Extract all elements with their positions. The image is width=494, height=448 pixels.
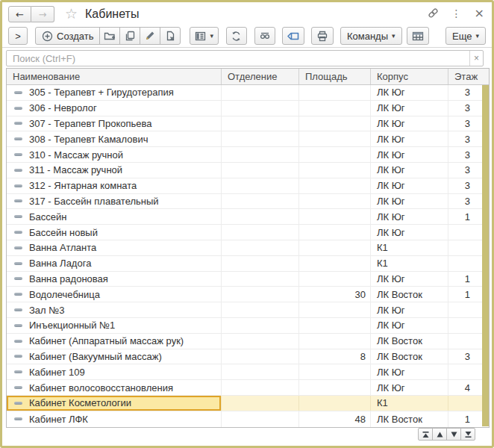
print-button[interactable]	[311, 27, 334, 45]
search-input[interactable]	[7, 51, 469, 66]
table-row[interactable]: Инъекционный №1 ЛК Юг	[7, 318, 483, 334]
close-icon[interactable]: ×	[475, 7, 484, 19]
room-area	[299, 131, 371, 146]
list-item-dash-icon	[14, 137, 22, 140]
find-button[interactable]	[254, 27, 275, 45]
table-row[interactable]: Бассейн ЛК Юг 1	[7, 209, 483, 225]
go-next-row-button[interactable]	[446, 428, 461, 441]
table-row[interactable]: Водолечебница 30 ЛК Восток 1	[7, 287, 483, 302]
table-row[interactable]: 311 - Массаж ручной ЛК Юг 3	[7, 163, 483, 178]
room-area	[299, 147, 371, 162]
room-department	[222, 302, 299, 317]
search-field: ×	[6, 50, 484, 66]
list-item-dash-icon	[14, 246, 22, 249]
column-header-area[interactable]: Площадь	[299, 69, 371, 84]
room-name: 310 - Массаж ручной	[29, 149, 123, 161]
list-item-dash-icon	[14, 199, 22, 202]
function-panel-toggle-button[interactable]: >	[8, 27, 28, 45]
room-floor: 1	[448, 209, 483, 224]
table-row[interactable]: Ванна радоновая ЛК Юг 1	[7, 272, 483, 287]
refresh-button[interactable]	[226, 27, 247, 45]
room-building: ЛК Юг	[371, 163, 448, 178]
create-group-button[interactable]	[99, 27, 120, 45]
table-row[interactable]: Зал №3 ЛК Юг	[7, 302, 483, 318]
table-row[interactable]: 308 - Терапевт Камалович ЛК Юг 3	[7, 131, 483, 147]
toolbar: > Создать	[2, 25, 492, 48]
table-settings-button[interactable]	[407, 27, 429, 45]
column-header-name[interactable]: Наименование	[7, 69, 222, 84]
table-row[interactable]: Кабинет 109 ЛК Юг	[7, 364, 483, 380]
link-icon[interactable]	[428, 7, 439, 20]
list-view-mode-button[interactable]: ▾	[190, 27, 219, 45]
table-row[interactable]: Бассейн новый ЛК Юг	[7, 225, 483, 240]
edit-pencil-button[interactable]	[140, 27, 160, 45]
table-row[interactable]: 305 - Терапевт + Гирудотерапия ЛК Юг 3	[7, 85, 483, 101]
mark-deletion-button[interactable]	[160, 27, 181, 45]
go-previous-row-button[interactable]	[432, 428, 447, 441]
room-department	[222, 225, 299, 240]
menu-dots-icon[interactable]: ⋮	[451, 8, 462, 19]
table-row[interactable]: Кабинет Косметологии К1	[7, 396, 483, 411]
column-header-department[interactable]: Отделение	[222, 69, 299, 84]
room-area	[299, 240, 371, 255]
list-item-dash-icon	[14, 215, 22, 218]
table-row[interactable]: Ванна Ладога К1	[7, 256, 483, 272]
table-row[interactable]: 310 - Массаж ручной ЛК Юг 3	[7, 147, 483, 163]
room-floor	[448, 318, 483, 333]
more-button[interactable]: Еще ▾	[445, 27, 486, 45]
room-department	[222, 272, 299, 287]
table-row[interactable]: Кабинет волосовосстановления ЛК Юг 4	[7, 380, 483, 396]
room-floor: 3	[448, 163, 483, 178]
room-area: 48	[299, 411, 371, 427]
table-row[interactable]: Кабинет (Аппаратный массаж рук) ЛК Восто…	[7, 334, 483, 349]
commands-button[interactable]: Команды ▾	[340, 27, 402, 45]
forward-button[interactable]: →	[31, 6, 54, 22]
table-row[interactable]: Кабинет ЛФК 48 ЛК Восток 1	[7, 411, 483, 427]
room-name: Кабинет ЛФК	[29, 414, 88, 425]
room-area	[299, 318, 371, 333]
room-name: Бассейн новый	[29, 227, 98, 238]
back-button[interactable]: ←	[8, 6, 31, 22]
table-row[interactable]: Ванна Атланта К1	[7, 240, 483, 256]
column-header-building[interactable]: Корпус	[371, 69, 448, 84]
room-department	[222, 116, 299, 131]
room-area	[299, 256, 371, 271]
room-department	[222, 396, 299, 411]
table-row[interactable]: 312 - Янтарная комната ЛК Юг 3	[7, 178, 483, 194]
copy-button[interactable]	[119, 27, 140, 45]
column-header-floor[interactable]: Этаж	[448, 69, 489, 84]
room-building: К1	[371, 396, 448, 411]
table-row[interactable]: 317 - Бассейн плавательный ЛК Юг 3	[7, 194, 483, 210]
room-area	[299, 334, 371, 349]
room-department	[222, 131, 299, 146]
set-period-toggle-button[interactable]	[282, 27, 304, 45]
room-building: ЛК Юг	[371, 225, 448, 240]
table-row[interactable]: 307 - Терапевт Прокопьева ЛК Юг 3	[7, 116, 483, 132]
chevron-down-icon: ▾	[210, 33, 213, 40]
room-floor: 4	[448, 380, 483, 395]
list-item-dash-icon	[14, 91, 22, 94]
favorite-star-icon[interactable]: ☆	[65, 7, 78, 21]
list-item-dash-icon	[14, 402, 22, 405]
create-button-label: Создать	[57, 31, 93, 42]
go-first-row-button[interactable]	[418, 428, 433, 441]
search-clear-icon[interactable]: ×	[469, 51, 483, 66]
create-button[interactable]: Создать	[35, 27, 100, 45]
room-area	[299, 85, 371, 100]
table-row[interactable]: Кабинет (Вакуумный массаж) 8 ЛК Восток 3	[7, 349, 483, 365]
list-item-dash-icon	[14, 107, 22, 110]
list-item-dash-icon	[14, 386, 22, 389]
room-area	[299, 396, 371, 411]
vertical-scrollbar[interactable]	[482, 85, 489, 426]
room-floor	[448, 364, 483, 379]
room-area: 8	[299, 349, 371, 364]
room-area	[299, 225, 371, 240]
room-floor	[448, 240, 483, 255]
list-item-dash-icon	[14, 184, 22, 187]
room-building: ЛК Юг	[371, 147, 448, 162]
go-last-row-button[interactable]	[460, 428, 475, 441]
table-row[interactable]: 306 - Невролог ЛК Юг 3	[7, 101, 483, 116]
room-department	[222, 287, 299, 302]
list-item-dash-icon	[14, 262, 22, 265]
room-building: ЛК Восток	[371, 411, 448, 427]
